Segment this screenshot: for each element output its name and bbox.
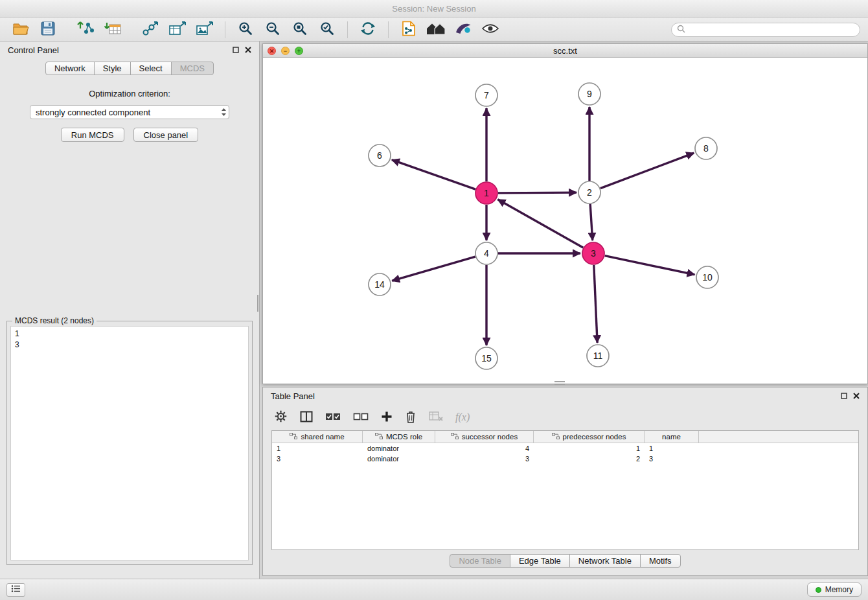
cell-predecessor-nodes[interactable]: 1 (534, 443, 645, 454)
table-row[interactable]: 3 dominator 3 2 3 (272, 454, 858, 464)
column-header-name[interactable]: name (645, 431, 699, 443)
function-builder-button[interactable]: f(x) (455, 411, 470, 423)
float-panel-icon[interactable] (233, 47, 239, 53)
graph-node-9[interactable]: 9 (578, 83, 600, 105)
network-canvas[interactable]: 7968124314101511 (263, 58, 867, 384)
tab-select[interactable]: Select (130, 62, 172, 75)
zoom-fit-button[interactable] (287, 20, 313, 40)
graph-node-8[interactable]: 8 (695, 137, 717, 159)
main-toolbar (0, 18, 868, 41)
zoom-in-button[interactable] (233, 20, 258, 40)
sort-icon (290, 433, 297, 441)
column-header-mcds-role[interactable]: MCDS role (363, 431, 435, 443)
cell-shared-name[interactable]: 3 (272, 454, 363, 464)
graph-node-15[interactable]: 15 (475, 347, 497, 369)
horizontal-splitter-handle[interactable] (554, 381, 565, 385)
criterion-select[interactable]: strongly connected component (30, 105, 229, 119)
zoom-out-button[interactable] (260, 20, 286, 40)
apply-style-button[interactable] (450, 20, 476, 40)
close-panel-icon[interactable] (245, 47, 251, 53)
tab-node-table[interactable]: Node Table (450, 554, 510, 568)
delete-table-button[interactable] (429, 411, 443, 424)
close-window-icon[interactable]: ✕ (268, 47, 276, 55)
float-table-panel-icon[interactable] (841, 393, 847, 399)
graph-node-7[interactable]: 7 (475, 84, 497, 106)
graph-edge-2-3[interactable] (590, 204, 593, 240)
minimize-window-icon[interactable]: − (281, 47, 290, 55)
table-settings-button[interactable] (274, 410, 288, 425)
create-column-button[interactable] (381, 411, 393, 424)
cell-predecessor-nodes[interactable]: 2 (534, 454, 645, 464)
zoom-window-icon[interactable]: + (295, 47, 303, 55)
svg-text:14: 14 (374, 279, 385, 290)
apply-layout-button[interactable] (355, 20, 381, 40)
graph-node-2[interactable]: 2 (578, 181, 600, 203)
cell-mcds-role[interactable]: dominator (363, 454, 435, 464)
tab-network-table[interactable]: Network Table (569, 554, 641, 568)
column-header-predecessor-nodes[interactable]: predecessor nodes (534, 431, 645, 443)
export-table-button[interactable] (165, 20, 190, 40)
graph-node-11[interactable]: 11 (587, 345, 609, 367)
close-table-panel-icon[interactable] (853, 393, 860, 399)
graph-node-4[interactable]: 4 (475, 242, 497, 264)
graph-edge-2-8[interactable] (600, 153, 694, 189)
tab-mcds[interactable]: MCDS (171, 62, 214, 75)
cell-name[interactable]: 1 (645, 443, 699, 454)
graph-edge-4-14[interactable] (392, 257, 475, 281)
network-window-titlebar[interactable]: scc.txt ✕ − + (263, 44, 867, 58)
show-columns-button[interactable] (300, 410, 313, 425)
cell-name[interactable]: 3 (645, 454, 699, 464)
zoom-selected-button[interactable] (314, 20, 340, 40)
column-header-successor-nodes[interactable]: successor nodes (435, 431, 534, 443)
search-icon (677, 24, 685, 36)
search-input[interactable] (689, 25, 854, 34)
column-header-shared-name[interactable]: shared name (272, 431, 363, 443)
show-details-button[interactable] (477, 20, 503, 40)
unselect-all-columns-button[interactable] (353, 412, 369, 423)
tab-edge-table[interactable]: Edge Table (510, 554, 570, 568)
cell-successor-nodes[interactable]: 3 (435, 454, 534, 464)
select-all-columns-button[interactable] (325, 412, 341, 423)
graph-edge-1-6[interactable] (392, 160, 475, 189)
cell-successor-nodes[interactable]: 4 (435, 443, 534, 454)
tab-motifs[interactable]: Motifs (640, 554, 681, 568)
save-session-button[interactable] (35, 20, 61, 40)
import-network-button[interactable] (73, 20, 98, 40)
graph-edge-3-11[interactable] (594, 265, 597, 343)
svg-text:1: 1 (484, 188, 489, 198)
graph-edge-3-10[interactable] (605, 256, 695, 275)
graph-node-6[interactable]: 6 (369, 144, 391, 167)
zoom-selected-icon (319, 21, 335, 38)
graph-edge-1-2[interactable] (498, 192, 577, 193)
home-view-button[interactable] (423, 20, 449, 40)
tab-style[interactable]: Style (94, 62, 131, 75)
export-network-button[interactable] (396, 20, 422, 40)
graph-node-3[interactable]: 3 (582, 242, 604, 264)
open-session-button[interactable] (8, 20, 34, 40)
image-arrow-icon (196, 21, 213, 38)
memory-label: Memory (825, 585, 853, 594)
graph-node-14[interactable]: 14 (369, 273, 391, 295)
delete-column-button[interactable] (405, 410, 417, 425)
cell-mcds-role[interactable]: dominator (363, 443, 435, 454)
style-brush-icon (455, 21, 472, 38)
mcds-result-box: MCDS result (2 nodes) 1 3 (6, 321, 253, 565)
window-titlebar[interactable]: Session: New Session (0, 0, 868, 18)
import-table-button[interactable] (100, 20, 126, 40)
tab-network[interactable]: Network (45, 62, 95, 75)
task-history-button[interactable] (6, 583, 25, 597)
graph-node-1[interactable]: 1 (475, 182, 497, 204)
graph-node-10[interactable]: 10 (696, 266, 718, 288)
search-field[interactable] (671, 23, 860, 37)
new-network-from-selection-button[interactable] (137, 20, 163, 40)
sort-icon (375, 433, 383, 441)
table-row[interactable]: 1 dominator 4 1 1 (272, 443, 858, 454)
graph-edge-3-1[interactable] (497, 200, 583, 248)
close-panel-button[interactable]: Close panel (133, 128, 199, 142)
mcds-result-text[interactable]: 1 3 (10, 326, 249, 560)
run-mcds-button[interactable]: Run MCDS (61, 128, 124, 142)
cell-shared-name[interactable]: 1 (272, 443, 363, 454)
memory-button[interactable]: Memory (807, 583, 862, 597)
plus-icon (381, 411, 393, 424)
export-image-button[interactable] (192, 20, 218, 40)
